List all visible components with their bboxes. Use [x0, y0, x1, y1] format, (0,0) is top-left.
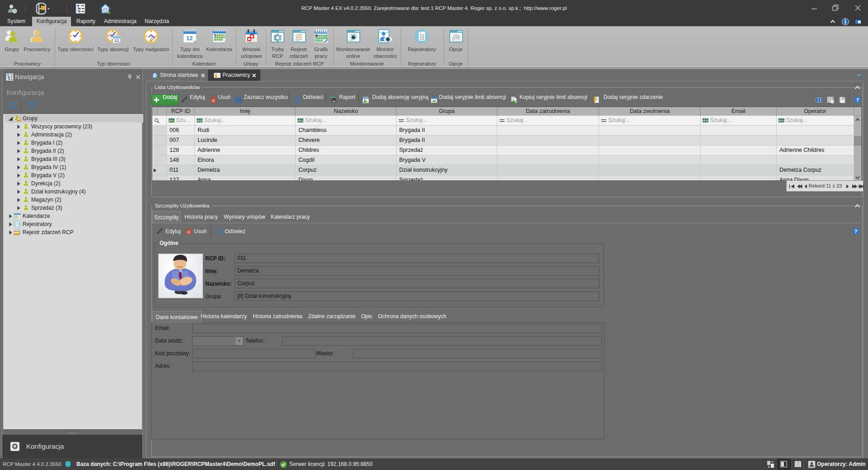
svg-text:?: ?	[854, 229, 857, 234]
svg-text:c: c	[201, 119, 203, 122]
svg-text:a: a	[169, 119, 170, 122]
svg-text:a: a	[703, 119, 704, 122]
svg-text:a: a	[778, 119, 780, 122]
svg-text:b: b	[199, 119, 201, 122]
svg-text:12: 12	[186, 35, 193, 42]
svg-text:?: ?	[856, 97, 859, 103]
svg-text:a: a	[297, 119, 299, 122]
svg-text:c: c	[302, 119, 303, 122]
svg-text:c: c	[173, 119, 175, 122]
svg-text:12: 12	[114, 38, 119, 43]
svg-text:b: b	[705, 119, 707, 122]
svg-text:b: b	[171, 119, 173, 122]
svg-text:a: a	[197, 119, 198, 122]
svg-text:b: b	[781, 119, 783, 122]
svg-text:c: c	[707, 119, 708, 122]
svg-text:c: c	[783, 119, 784, 122]
svg-text:26: 26	[432, 99, 436, 103]
svg-text:b: b	[300, 119, 302, 122]
